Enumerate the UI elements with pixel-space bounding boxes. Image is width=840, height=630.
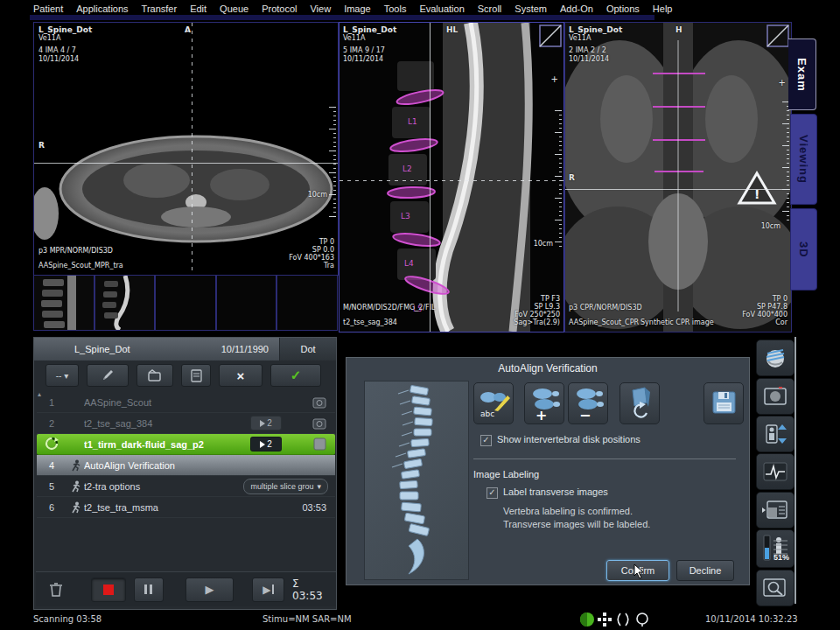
- thumbnail-empty-2[interactable]: [216, 275, 277, 331]
- pause-box-icon: [313, 438, 326, 451]
- remove-vertebra-button[interactable]: −: [568, 382, 608, 424]
- layout-panel-button[interactable]: [756, 492, 794, 528]
- image-review-button[interactable]: [756, 378, 794, 415]
- patient-move-icon: [763, 422, 788, 446]
- crosshair-vertical[interactable]: [192, 23, 192, 275]
- menu-applications[interactable]: Applications: [76, 4, 128, 14]
- fov-marker-icon: +: [551, 74, 558, 85]
- chevron-down-icon: ▾: [64, 371, 68, 381]
- coronal-image-pane[interactable]: ! + L_Spine_Dot Ve11A 2 IMA 2 / 2 10/11/…: [564, 22, 792, 332]
- head-coil-button[interactable]: [756, 340, 794, 376]
- menu-patient[interactable]: Patient: [33, 4, 63, 14]
- edit-protocol-button[interactable]: [87, 364, 129, 387]
- skip-button[interactable]: ▶: [252, 578, 284, 602]
- save-button[interactable]: [704, 382, 744, 424]
- spine-model-panel: [364, 381, 469, 580]
- protocol-row-4-selected[interactable]: 4 AutoAlign Verification: [37, 455, 335, 476]
- protocol-row-1[interactable]: 1 AASpine_Scout: [37, 392, 335, 413]
- physio-signal-button[interactable]: [756, 453, 794, 490]
- remove-vertebra-icon: −: [569, 383, 607, 424]
- tab-exam[interactable]: Exam: [788, 38, 816, 110]
- apply-step-button[interactable]: ✓: [270, 364, 321, 387]
- crosshair-horizontal[interactable]: [34, 163, 338, 164]
- slice-indicator-icon[interactable]: [539, 24, 562, 47]
- image-head-icon: [763, 386, 788, 407]
- menu-tools[interactable]: Tools: [384, 4, 407, 14]
- slice-group-dropdown[interactable]: multiple slice grou ▾: [243, 479, 328, 494]
- menu-transfer[interactable]: Transfer: [142, 4, 178, 14]
- pause-button[interactable]: [134, 578, 163, 602]
- show-disks-checkbox[interactable]: ✓: [480, 435, 492, 446]
- confirm-button[interactable]: Confirm: [606, 560, 669, 581]
- add-vertebra-button[interactable]: +: [524, 382, 564, 424]
- worklist-dropdown-button[interactable]: -- ▾: [46, 364, 79, 387]
- copy-reference-button[interactable]: [181, 364, 211, 387]
- decline-button[interactable]: Decline: [676, 560, 734, 581]
- runner-icon: [70, 459, 81, 472]
- total-scan-time: Σ 03:53: [292, 578, 327, 602]
- table-position-button[interactable]: [756, 416, 794, 452]
- scanning-status: Scanning 03:58: [33, 614, 102, 624]
- layout-icon: [762, 500, 788, 521]
- menu-image[interactable]: Image: [344, 4, 371, 14]
- edit-label-button[interactable]: abc: [473, 382, 514, 424]
- play-button[interactable]: ▶: [186, 578, 234, 602]
- menu-options[interactable]: Options: [606, 4, 640, 14]
- protocol-row-2[interactable]: 2 t2_tse_sag_384 2: [37, 413, 335, 434]
- menu-bar: Patient Applications Transfer Edit Queue…: [33, 2, 672, 15]
- menu-queue[interactable]: Queue: [220, 4, 248, 14]
- scale-ruler: [555, 110, 562, 250]
- sagittal-image-pane[interactable]: L1 L2 L3 L4 L5 + L_Spine_Dot Ve11A 5 IMA…: [339, 22, 564, 332]
- menu-view[interactable]: View: [310, 4, 331, 14]
- trash-button[interactable]: [45, 578, 67, 601]
- protocol-row-6[interactable]: 6 t2_tse_tra_msma 03:53: [37, 497, 335, 518]
- thumbnail-2[interactable]: [94, 275, 156, 331]
- autoalign-dialog: AutoAlign Verification: [346, 357, 750, 585]
- stop-icon: [103, 584, 114, 595]
- step-number: 4: [37, 460, 66, 471]
- crosshair-vertical[interactable]: [430, 23, 430, 332]
- badge-count: 2: [267, 418, 272, 428]
- crosshair-horizontal[interactable]: [565, 189, 791, 190]
- cpr-caption: Synthetic CPR image: [640, 318, 714, 327]
- dot-engine-button[interactable]: Dot: [279, 338, 336, 360]
- undo-button[interactable]: [620, 382, 660, 424]
- folder-icon: [148, 369, 162, 382]
- image-number: 4 IMA 4 / 7: [38, 46, 76, 55]
- menu-scroll[interactable]: Scroll: [478, 4, 502, 14]
- menu-addon[interactable]: Add-On: [560, 4, 593, 14]
- sar-monitor-button[interactable]: [756, 529, 794, 568]
- open-protocol-button[interactable]: [136, 364, 173, 387]
- scan-transport-bar: ▶ ▶ Σ 03:53: [36, 571, 336, 606]
- menu-edit[interactable]: Edit: [190, 4, 206, 14]
- thumbnail-1[interactable]: [33, 275, 94, 331]
- menu-help[interactable]: Help: [653, 4, 673, 14]
- menu-protocol[interactable]: Protocol: [262, 4, 297, 14]
- protocol-row-3-running[interactable]: t1_tirm_dark-fluid_sag_p2 2: [37, 434, 335, 455]
- stop-button[interactable]: [91, 578, 126, 602]
- tab-3d[interactable]: 3D: [790, 208, 817, 290]
- image-number: 5 IMA 9 / 17: [343, 46, 385, 55]
- crosshair-horizontal[interactable]: [340, 180, 564, 181]
- show-disks-label: Show intervertebral disk positions: [497, 434, 640, 444]
- vertebra-label: L2: [402, 164, 412, 173]
- menu-system[interactable]: System: [514, 4, 547, 14]
- label-transverse-checkbox[interactable]: ✓: [486, 487, 498, 499]
- protocol-row-5[interactable]: 5 t2-tra options multiple slice grou ▾: [37, 476, 335, 497]
- cancel-step-button[interactable]: ×: [219, 364, 262, 387]
- software-version: Ve11A: [569, 34, 591, 43]
- runner-icon: [70, 480, 81, 493]
- protocol-step-list: 1 AASpine_Scout 2 t2_tse_sag_384 2: [37, 392, 335, 518]
- image-zoom-button[interactable]: [756, 570, 794, 606]
- divider: [473, 458, 736, 459]
- step-number: 6: [37, 502, 66, 513]
- minus-glyph: −: [579, 407, 591, 424]
- tab-viewing[interactable]: Viewing: [790, 114, 817, 205]
- axial-image-pane[interactable]: L_Spine_Dot Ve11A 4 IMA 4 / 7 10/11/2014…: [33, 22, 339, 276]
- thumbnail-empty-1[interactable]: [155, 275, 216, 331]
- menu-evaluation[interactable]: Evaluation: [419, 4, 464, 14]
- thumbnail-empty-3[interactable]: [276, 275, 338, 331]
- scale-label: 10cm: [761, 222, 780, 231]
- slice-indicator-icon[interactable]: [766, 24, 789, 47]
- orientation-anterior: A: [185, 25, 191, 36]
